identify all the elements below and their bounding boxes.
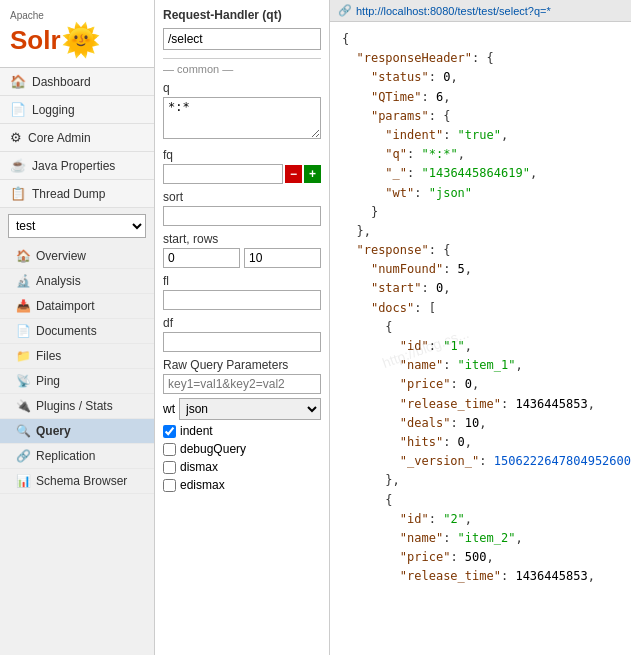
core-nav-item-ping[interactable]: 📡 Ping [0, 369, 154, 394]
core-nav: 🏠 Overview 🔬 Analysis 📥 Dataimport 📄 Doc… [0, 244, 154, 494]
analysis-icon: 🔬 [16, 274, 31, 288]
rows-input[interactable] [244, 248, 321, 268]
main-content: Request-Handler (qt) common q *:* fq − +… [155, 0, 631, 655]
indent-label: indent [180, 424, 213, 438]
query-label: Query [36, 424, 71, 438]
output-header: 🔗 http://localhost:8080/test/test/select… [330, 0, 631, 22]
core-admin-label: Core Admin [28, 131, 91, 145]
documents-icon: 📄 [16, 324, 31, 338]
thread-dump-icon: 📋 [10, 186, 26, 201]
sidebar-item-thread-dump[interactable]: 📋 Thread Dump [0, 180, 154, 208]
replication-icon: 🔗 [16, 449, 31, 463]
form-title: Request-Handler (qt) [163, 8, 321, 22]
core-admin-icon: ⚙ [10, 130, 22, 145]
logo-area: Apache Solr 🌞 [0, 0, 154, 68]
core-nav-item-dataimport[interactable]: 📥 Dataimport [0, 294, 154, 319]
sidebar-item-logging[interactable]: 📄 Logging [0, 96, 154, 124]
logging-icon: 📄 [10, 102, 26, 117]
ping-icon: 📡 [16, 374, 31, 388]
debugquery-label: debugQuery [180, 442, 246, 456]
start-rows-label: start, rows [163, 232, 321, 246]
files-label: Files [36, 349, 61, 363]
debugquery-checkbox[interactable] [163, 443, 176, 456]
dismax-row: dismax [163, 460, 321, 474]
core-nav-item-files[interactable]: 📁 Files [0, 344, 154, 369]
replication-label: Replication [36, 449, 95, 463]
query-form-panel: Request-Handler (qt) common q *:* fq − +… [155, 0, 330, 655]
wt-row: wt json xml csv python ruby php phps [163, 398, 321, 420]
fq-row: − + [163, 164, 321, 184]
json-output: { "responseHeader": { "status": 0, "QTim… [330, 22, 631, 614]
core-select[interactable]: test [8, 214, 146, 238]
output-panel: 🔗 http://localhost:8080/test/test/select… [330, 0, 631, 655]
core-nav-item-plugins[interactable]: 🔌 Plugins / Stats [0, 394, 154, 419]
section-label-common: common [163, 58, 321, 75]
edismax-checkbox[interactable] [163, 479, 176, 492]
start-input[interactable] [163, 248, 240, 268]
core-nav-item-schema-browser[interactable]: 📊 Schema Browser [0, 469, 154, 494]
ping-label: Ping [36, 374, 60, 388]
core-nav-item-replication[interactable]: 🔗 Replication [0, 444, 154, 469]
home-icon: 🏠 [10, 74, 26, 89]
fl-input[interactable] [163, 290, 321, 310]
edismax-label: edismax [180, 478, 225, 492]
core-nav-item-query[interactable]: 🔍 Query [0, 419, 154, 444]
fq-add-button[interactable]: + [304, 165, 321, 183]
indent-row: indent [163, 424, 321, 438]
indent-checkbox[interactable] [163, 425, 176, 438]
start-rows-row [163, 248, 321, 268]
sort-label: sort [163, 190, 321, 204]
solr-label: Solr [10, 27, 61, 53]
dataimport-label: Dataimport [36, 299, 95, 313]
core-selector-area: test [8, 214, 146, 238]
wt-label: wt [163, 402, 175, 416]
wt-select[interactable]: json xml csv python ruby php phps [179, 398, 321, 420]
df-label: df [163, 316, 321, 330]
sidebar-item-java-properties[interactable]: ☕ Java Properties [0, 152, 154, 180]
schema-browser-icon: 📊 [16, 474, 31, 488]
plugins-label: Plugins / Stats [36, 399, 113, 413]
overview-icon: 🏠 [16, 249, 31, 263]
q-label: q [163, 81, 321, 95]
raw-params-label: Raw Query Parameters [163, 358, 321, 372]
global-nav: 🏠 Dashboard 📄 Logging ⚙ Core Admin ☕ Jav… [0, 68, 154, 208]
java-properties-icon: ☕ [10, 158, 26, 173]
dismax-label: dismax [180, 460, 218, 474]
debugquery-row: debugQuery [163, 442, 321, 456]
core-nav-item-analysis[interactable]: 🔬 Analysis [0, 269, 154, 294]
dashboard-label: Dashboard [32, 75, 91, 89]
sidebar-item-dashboard[interactable]: 🏠 Dashboard [0, 68, 154, 96]
url-icon: 🔗 [338, 4, 352, 17]
df-input[interactable] [163, 332, 321, 352]
q-input[interactable]: *:* [163, 97, 321, 139]
documents-label: Documents [36, 324, 97, 338]
output-url: http://localhost:8080/test/test/select?q… [356, 5, 551, 17]
edismax-row: edismax [163, 478, 321, 492]
logging-label: Logging [32, 103, 75, 117]
raw-params-input[interactable] [163, 374, 321, 394]
solr-flame-icon: 🌞 [61, 21, 101, 59]
sidebar: Apache Solr 🌞 🏠 Dashboard 📄 Logging ⚙ Co… [0, 0, 155, 655]
files-icon: 📁 [16, 349, 31, 363]
overview-label: Overview [36, 249, 86, 263]
java-properties-label: Java Properties [32, 159, 115, 173]
sidebar-item-core-admin[interactable]: ⚙ Core Admin [0, 124, 154, 152]
fq-label: fq [163, 148, 321, 162]
dataimport-icon: 📥 [16, 299, 31, 313]
fq-remove-button[interactable]: − [285, 165, 302, 183]
fq-input[interactable] [163, 164, 283, 184]
core-nav-item-documents[interactable]: 📄 Documents [0, 319, 154, 344]
core-nav-item-overview[interactable]: 🏠 Overview [0, 244, 154, 269]
plugins-icon: 🔌 [16, 399, 31, 413]
apache-label: Apache [10, 10, 144, 21]
dismax-checkbox[interactable] [163, 461, 176, 474]
query-icon: 🔍 [16, 424, 31, 438]
fl-label: fl [163, 274, 321, 288]
schema-browser-label: Schema Browser [36, 474, 127, 488]
thread-dump-label: Thread Dump [32, 187, 105, 201]
sort-input[interactable] [163, 206, 321, 226]
handler-input[interactable] [163, 28, 321, 50]
analysis-label: Analysis [36, 274, 81, 288]
